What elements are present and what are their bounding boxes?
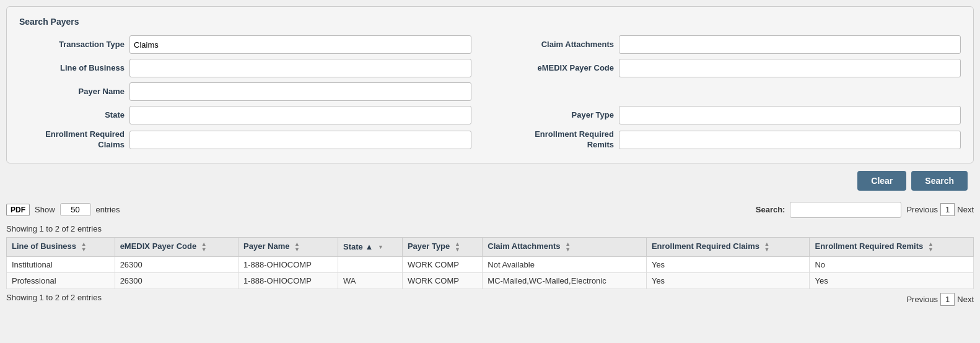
cell-claim_attachments: MC-Mailed,WC-Mailed,Electronic [483, 272, 647, 289]
sort-arrows-lob: ▲▼ [81, 241, 87, 253]
cell-line_of_business: Professional [7, 272, 115, 289]
line-of-business-row: Line of Business [19, 59, 471, 77]
table-row: Institutional263001-888-OHIOCOMPWORK COM… [7, 256, 974, 272]
cell-enrollment_required_remits: No [810, 256, 974, 272]
entries-input[interactable] [60, 203, 91, 216]
pdf-button[interactable]: PDF [6, 204, 30, 216]
enrollment-required-claims-label: Enrollment RequiredClaims [19, 129, 125, 150]
enrollment-required-remits-row: Enrollment RequiredRemits [509, 129, 961, 150]
enrollment-required-claims-row: Enrollment RequiredClaims [19, 129, 471, 150]
spacer-row [509, 82, 961, 101]
cell-enrollment_required_claims: Yes [646, 256, 810, 272]
cell-payer_type: WORK COMP [402, 272, 482, 289]
payer-type-input[interactable] [619, 106, 961, 124]
payer-name-label: Payer Name [19, 87, 125, 97]
cell-enrollment_required_remits: Yes [810, 272, 974, 289]
enrollment-required-claims-input[interactable] [129, 131, 471, 149]
line-of-business-label: Line of Business [19, 63, 125, 74]
next-label-bottom[interactable]: Next [957, 295, 974, 304]
next-label-top[interactable]: Next [957, 205, 974, 214]
table-search-input[interactable] [790, 202, 901, 218]
search-button[interactable]: Search [911, 171, 968, 191]
table-header: Line of Business ▲▼ eMEDIX Payer Code ▲▼… [7, 237, 974, 256]
cell-state [338, 256, 403, 272]
sort-arrows-payer-type: ▲▼ [455, 241, 460, 253]
clear-button[interactable]: Clear [857, 171, 906, 191]
emedix-payer-code-row: eMEDIX Payer Code [509, 59, 961, 77]
results-table: Line of Business ▲▼ eMEDIX Payer Code ▲▼… [6, 237, 974, 289]
previous-label-top: Previous [906, 205, 938, 214]
showing-text-bottom: Showing 1 to 2 of 2 entries [6, 293, 102, 302]
col-emedix-payer-code[interactable]: eMEDIX Payer Code ▲▼ [115, 237, 238, 256]
enrollment-required-remits-input[interactable] [619, 131, 961, 149]
payer-name-input[interactable] [129, 82, 471, 101]
cell-state: WA [338, 272, 403, 289]
sort-arrows-enroll-remits: ▲▼ [928, 241, 934, 253]
sort-arrows-state: ▼ [378, 245, 383, 250]
table-row: Professional263001-888-OHIOCOMPWAWORK CO… [7, 272, 974, 289]
col-claim-attachments[interactable]: Claim Attachments ▲▼ [483, 237, 647, 256]
col-payer-type[interactable]: Payer Type ▲▼ [402, 237, 482, 256]
show-label: Show [35, 205, 55, 214]
buttons-row: Clear Search [6, 171, 974, 191]
state-row: State [19, 106, 471, 124]
cell-claim_attachments: Not Available [483, 256, 647, 272]
cell-payer_name: 1-888-OHIOCOMP [238, 272, 338, 289]
payer-name-row: Payer Name [19, 82, 471, 101]
col-payer-name[interactable]: Payer Name ▲▼ [238, 237, 338, 256]
sort-arrows-emedix: ▲▼ [201, 241, 207, 253]
col-enrollment-required-claims[interactable]: Enrollment Required Claims ▲▼ [646, 237, 810, 256]
sort-arrows-claim-attach: ▲▼ [565, 241, 571, 253]
cell-emedix_payer_code: 26300 [115, 256, 238, 272]
cell-payer_type: WORK COMP [402, 256, 482, 272]
state-label: State [19, 110, 125, 121]
payer-type-label: Payer Type [509, 110, 614, 121]
form-col-right: Claim Attachments eMEDIX Payer Code Paye… [509, 35, 961, 150]
transaction-type-row: Transaction Type [19, 35, 471, 54]
form-col-left: Transaction Type Line of Business Payer … [19, 35, 471, 150]
col-enrollment-required-remits[interactable]: Enrollment Required Remits ▲▼ [810, 237, 974, 256]
pagination-bottom: Previous 1 Next [906, 293, 974, 306]
payer-type-row: Payer Type [509, 106, 961, 124]
col-line-of-business[interactable]: Line of Business ▲▼ [7, 237, 115, 256]
bottom-bar: Showing 1 to 2 of 2 entries Previous 1 N… [6, 293, 974, 306]
emedix-payer-code-input[interactable] [619, 59, 961, 77]
table-body: Institutional263001-888-OHIOCOMPWORK COM… [7, 256, 974, 289]
state-input[interactable] [129, 106, 471, 124]
sort-arrows-payer-name: ▲▼ [294, 241, 300, 253]
table-controls-top: PDF Show entries Search: Previous 1 Next [6, 199, 974, 220]
cell-emedix_payer_code: 26300 [115, 272, 238, 289]
showing-text-top: Showing 1 to 2 of 2 entries [6, 224, 974, 233]
line-of-business-input[interactable] [129, 59, 471, 77]
page-num-top[interactable]: 1 [940, 203, 955, 216]
search-panel: Search Payers Transaction Type Line of B… [6, 6, 974, 163]
cell-enrollment_required_claims: Yes [646, 272, 810, 289]
transaction-type-label: Transaction Type [19, 40, 125, 50]
claim-attachments-row: Claim Attachments [509, 35, 961, 54]
cell-payer_name: 1-888-OHIOCOMP [238, 256, 338, 272]
emedix-payer-code-label: eMEDIX Payer Code [509, 63, 614, 74]
entries-label: entries [96, 205, 120, 214]
claim-attachments-input[interactable] [619, 35, 961, 54]
sort-arrows-enroll-claims: ▲▼ [764, 241, 770, 253]
enrollment-required-remits-label: Enrollment RequiredRemits [509, 129, 614, 150]
search-panel-title: Search Payers [19, 17, 961, 27]
table-search-label: Search: [756, 205, 785, 214]
pagination-top: Previous 1 Next [906, 203, 974, 216]
cell-line_of_business: Institutional [7, 256, 115, 272]
table-search-area: Search: Previous 1 Next [756, 202, 974, 218]
claim-attachments-label: Claim Attachments [509, 40, 614, 50]
form-grid: Transaction Type Line of Business Payer … [19, 35, 961, 150]
previous-label-bottom: Previous [906, 295, 938, 304]
transaction-type-input[interactable] [129, 35, 471, 54]
col-state[interactable]: State ▲ ▼ [338, 237, 403, 256]
page-num-bottom[interactable]: 1 [940, 293, 955, 306]
